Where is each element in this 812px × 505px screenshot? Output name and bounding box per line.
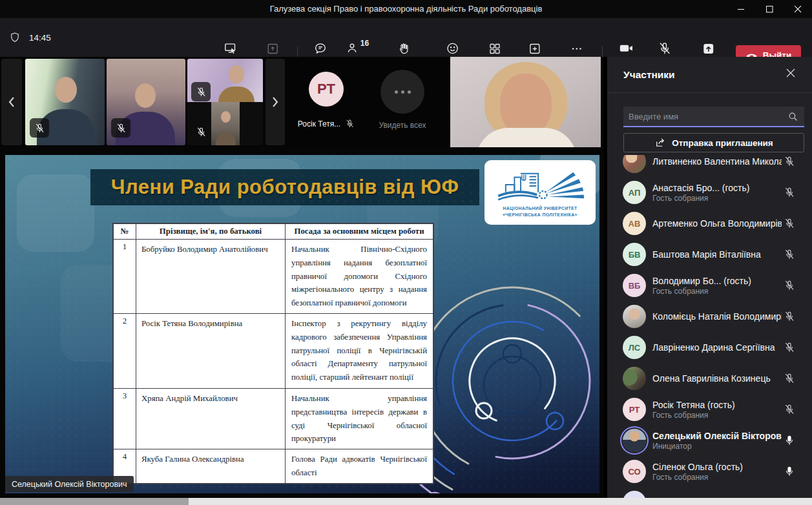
active-speaker-video[interactable] — [450, 57, 601, 147]
member-name: Росік Тетяна Володимирівна — [136, 313, 286, 388]
window-controls — [727, 0, 812, 18]
video-tile[interactable] — [107, 59, 185, 145]
mic-off-icon — [30, 118, 49, 138]
avatar[interactable]: РТ — [309, 72, 344, 107]
presenter-name-badge: Селецький Олексій Вікторович — [5, 476, 134, 492]
mic-icon[interactable] — [784, 466, 795, 477]
members-table: №Прізвище, ім'я, по батьковіПосада за ос… — [113, 223, 433, 484]
meeting-timer: 14:45 — [29, 33, 51, 43]
plus-square-icon — [528, 41, 541, 56]
participant-meta: Олена Гаврилівна Козинець — [652, 363, 782, 394]
table-header-row: №Прізвище, ім'я, по батьковіПосада за ос… — [114, 224, 433, 240]
participant-video-face — [55, 77, 77, 103]
grid-icon — [488, 41, 502, 56]
participants-count: 16 — [360, 39, 369, 48]
table-row: 4Якуба Галина ОлександрівнаГолова Ради а… — [114, 449, 433, 484]
table-row: 1Бобруйко Володимир АнатолійовичНачальни… — [114, 240, 433, 314]
participant-row[interactable]: АВАртеменко Ольга Володимирів... — [607, 208, 812, 239]
participant-row[interactable]: БВБаштова Марія Віталіївна — [607, 239, 812, 270]
meeting-toolbar: 14:45 Управлять Контент Чат 16 Участники… — [0, 18, 812, 57]
presentation-stage: Члени Ради роботодавців від ЮФ — [0, 147, 604, 498]
participant-tile-label: Росік Тетя... — [284, 119, 368, 129]
see-all-button[interactable] — [380, 70, 424, 114]
participant-row[interactable]: Селецький Олексій ВікторовичИнициатор — [607, 425, 812, 456]
filmstrip-next-button[interactable] — [265, 59, 285, 145]
search-icon — [787, 111, 798, 122]
mic-icon[interactable] — [784, 435, 795, 446]
participant-role: Инициатор — [652, 442, 782, 451]
participant-name: Литвиненко Валентина Микола... — [652, 156, 782, 167]
mic-off-icon — [784, 280, 795, 291]
see-all-label: Увидеть всех — [370, 121, 435, 130]
monitor-cursor-icon — [224, 41, 238, 56]
panel-title: Участники — [623, 69, 675, 81]
avatar — [623, 367, 646, 390]
members-table-wrap: №Прізвище, ім'я, по батьковіПосада за ос… — [113, 223, 423, 484]
table-row: 3Хряпа Андрій МихайловичНачальник управл… — [114, 388, 433, 449]
member-position: Начальник управління представництва інте… — [286, 388, 433, 449]
participant-meta: Селецький Олексій ВікторовичИнициатор — [652, 425, 782, 456]
avatar: БВ — [623, 243, 646, 266]
participant-search — [623, 107, 804, 127]
avatar: АВ — [623, 212, 646, 235]
horizontal-scrollbar[interactable] — [0, 498, 812, 505]
avatar — [623, 155, 646, 173]
decorative-blob — [17, 174, 94, 252]
scrollbar-thumb[interactable] — [0, 498, 189, 505]
table-header-cell: № — [114, 224, 136, 240]
participant-row[interactable]: ВБВолодимир Бо... (гость)Гость собрания — [607, 270, 812, 301]
avatar: АП — [623, 181, 646, 204]
avatar: ВБ — [623, 274, 646, 297]
maximize-icon[interactable] — [755, 0, 784, 18]
arrow-up-square-icon — [702, 41, 715, 56]
mic-off-icon — [784, 249, 795, 260]
close-icon[interactable] — [786, 68, 795, 77]
avatar: СО — [623, 460, 646, 483]
participant-row[interactable]: АПАнастасія Бро... (гость)Гость собрания — [607, 177, 812, 208]
send-invitation-button[interactable]: Отправка приглашения — [623, 133, 804, 152]
participant-name: Баштова Марія Віталіївна — [652, 249, 782, 260]
participant-meta: Сіленок Ольга (гость)Гость собрания — [652, 456, 782, 487]
minimize-icon[interactable] — [727, 0, 755, 18]
participant-row[interactable]: Литвиненко Валентина Микола... — [607, 155, 812, 177]
slide-title: Члени Ради роботодавців від ЮФ — [111, 176, 459, 199]
participant-row[interactable]: ЛСЛавріненко Дарина Сергіївна — [607, 332, 812, 363]
shield-icon — [9, 31, 21, 44]
participant-name: Коломієць Наталія Володимирі... — [652, 311, 782, 322]
logo-text-line1: НАЦІОНАЛЬНИЙ УНІВЕРСИТЕТ — [503, 206, 577, 212]
video-camera-icon — [618, 41, 633, 56]
participant-meta: Баштова Марія Віталіївна — [652, 239, 782, 270]
participant-row[interactable]: Олена Гаврилівна Козинець — [607, 363, 812, 394]
panel-header: Участники — [607, 57, 812, 93]
avatar: ЛС — [623, 336, 646, 359]
participant-name: Сіленок Ольга (гость) — [652, 462, 782, 472]
participant-row[interactable]: СОСіленок Ольга (гость)Гость собрания — [607, 456, 812, 487]
member-name: Бобруйко Володимир Анатолійович — [136, 240, 286, 314]
member-position: Голова Ради адвокатів Чернігівської обла… — [286, 449, 433, 484]
participant-row[interactable]: РТРосік Тетяна (гость)Гость собрания — [607, 394, 812, 425]
video-tile-group[interactable] — [187, 59, 263, 145]
mic-off-icon — [784, 373, 795, 384]
table-header-cell: Посада за основним місцем роботи — [286, 224, 433, 240]
mic-off-icon — [111, 118, 130, 138]
search-input[interactable] — [623, 112, 787, 121]
close-icon[interactable] — [784, 0, 812, 18]
table-header-cell: Прізвище, ім'я, по батькові — [136, 224, 286, 240]
chevron-right-icon — [271, 96, 280, 108]
ellipsis-icon — [570, 41, 584, 56]
logo-text-line2: «ЧЕРНІГІВСЬКА ПОЛІТЕХНІКА» — [503, 212, 577, 218]
participant-role: Гость собрания — [652, 287, 782, 296]
shared-slide[interactable]: Члени Ради роботодавців від ЮФ — [5, 155, 599, 493]
participant-name: Анастасія Бро... (гость) — [652, 183, 782, 193]
person-icon: 16 — [346, 41, 369, 56]
row-number: 1 — [114, 240, 136, 314]
window-title: Галузева секція Право і правоохоронна ді… — [270, 4, 543, 14]
participants-list: Литвиненко Валентина Микола...АПАнастасі… — [607, 155, 812, 505]
participant-role: Гость собрания — [652, 194, 782, 203]
member-position: Начальник Північно-Східного управління н… — [286, 240, 433, 314]
university-emblem-icon — [492, 167, 588, 205]
filmstrip-prev-button[interactable] — [1, 59, 22, 145]
participant-row[interactable]: Коломієць Наталія Володимирі... — [607, 301, 812, 332]
mic-off-icon — [784, 311, 795, 322]
video-tile[interactable] — [25, 59, 105, 145]
